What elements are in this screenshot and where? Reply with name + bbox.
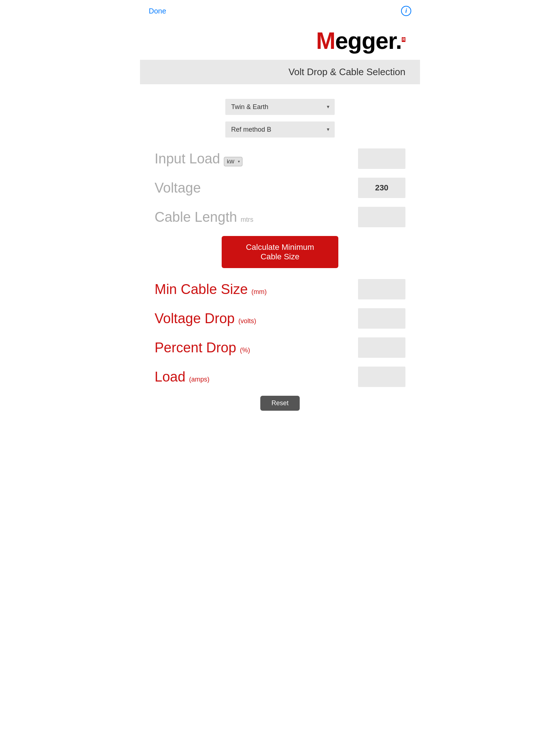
load-unit: (amps) [189,376,210,383]
voltage-label-area: Voltage [155,180,201,196]
input-load-input[interactable] [358,148,405,169]
min-cable-size-output [358,279,405,299]
logo-area: Megger.R [140,22,420,60]
page-title: Volt Drop & Cable Selection [288,66,405,77]
ref-method-select[interactable]: Ref method A Ref method B Ref method C R… [225,121,335,138]
load-label: Load [155,369,186,385]
main-content: Twin & Earth Single Core SWA Ref method … [140,84,420,429]
info-icon[interactable]: i [401,6,411,16]
megger-logo: Megger.R [316,29,405,53]
voltage-row: Voltage [155,178,405,198]
min-cable-size-row: Min Cable Size (mm) [155,279,405,299]
cable-length-input[interactable] [358,207,405,227]
voltage-drop-label: Voltage Drop [155,311,235,326]
cable-type-row: Twin & Earth Single Core SWA [155,99,405,115]
result-rows: Min Cable Size (mm) Voltage Drop (volts)… [155,279,405,387]
percent-drop-row: Percent Drop (%) [155,337,405,358]
percent-drop-unit: (%) [240,347,250,354]
voltage-drop-label-area: Voltage Drop (volts) [155,311,256,326]
unit-select-wrapper: kW A VA [224,157,242,166]
input-load-row: Input Load kW A VA [155,148,405,169]
logo-registered: R [402,37,405,42]
calculate-button[interactable]: Calculate Minimum Cable Size [222,236,338,268]
top-nav: Done i [140,0,420,22]
percent-drop-label: Percent Drop [155,340,236,356]
min-cable-size-label: Min Cable Size [155,282,248,297]
voltage-drop-unit: (volts) [238,317,256,325]
min-cable-size-label-area: Min Cable Size (mm) [155,282,267,297]
load-output [358,367,405,387]
cable-length-unit: mtrs [241,216,253,224]
voltage-drop-row: Voltage Drop (volts) [155,308,405,329]
ref-method-wrapper: Ref method A Ref method B Ref method C R… [225,121,335,138]
load-label-area: Load (amps) [155,369,210,385]
cable-length-row: Cable Length mtrs [155,207,405,227]
cable-type-select[interactable]: Twin & Earth Single Core SWA [225,99,335,115]
cable-length-label-area: Cable Length mtrs [155,209,253,225]
logo-egger: egger.R [335,28,405,54]
cable-length-label: Cable Length [155,209,237,225]
voltage-drop-output [358,308,405,329]
unit-select[interactable]: kW A VA [224,157,242,166]
form-rows: Input Load kW A VA Voltage Cable L [155,148,405,227]
percent-drop-label-area: Percent Drop (%) [155,340,250,356]
voltage-input[interactable] [358,178,405,198]
logo-m: M [316,28,335,54]
load-row: Load (amps) [155,367,405,387]
reset-button[interactable]: Reset [260,396,299,411]
calc-btn-row: Calculate Minimum Cable Size [155,236,405,268]
reset-btn-row: Reset [155,396,405,411]
done-button[interactable]: Done [149,7,166,15]
voltage-label: Voltage [155,180,201,196]
percent-drop-output [358,337,405,358]
input-load-label: Input Load [155,151,220,167]
input-load-label-area: Input Load kW A VA [155,151,242,167]
ref-method-row: Ref method A Ref method B Ref method C R… [155,121,405,138]
min-cable-size-unit: (mm) [252,288,267,296]
cable-type-wrapper: Twin & Earth Single Core SWA [225,99,335,115]
page-title-bar: Volt Drop & Cable Selection [140,60,420,84]
